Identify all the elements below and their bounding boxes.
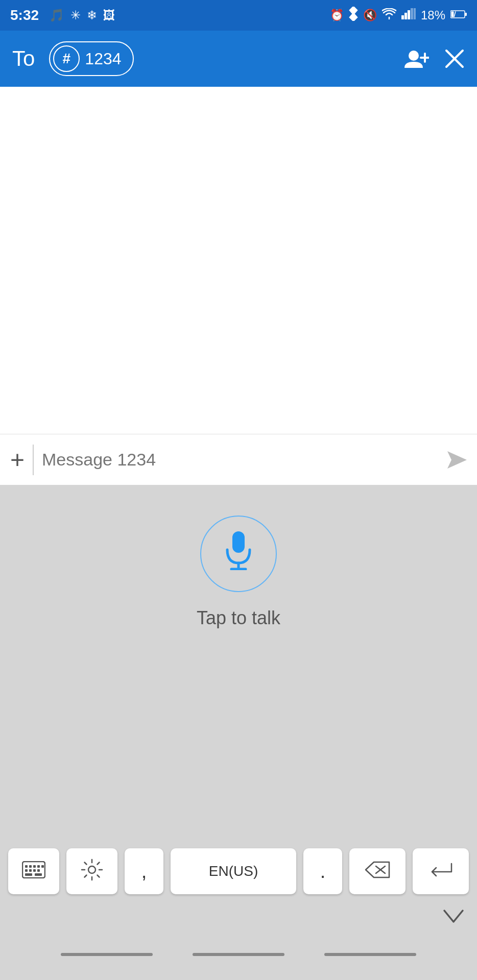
svg-line-8 — [454, 12, 456, 17]
svg-rect-19 — [25, 865, 28, 868]
apps-icon: ✳ — [70, 8, 81, 22]
svg-rect-0 — [401, 15, 404, 19]
settings-icon — [81, 859, 103, 885]
mic-button[interactable] — [200, 516, 277, 592]
status-left: 5:32 🎵 ✳ ❄ 🖼 — [10, 7, 115, 23]
space-key[interactable]: EN(US) — [171, 848, 296, 894]
svg-point-30 — [88, 866, 96, 873]
signal-icon — [401, 8, 416, 22]
svg-rect-23 — [41, 865, 44, 868]
period-key[interactable]: . — [303, 848, 342, 894]
status-right: ⏰ 🔇 18% — [330, 7, 467, 24]
delete-key[interactable] — [349, 848, 406, 894]
enter-icon — [429, 861, 452, 883]
recipient-chip[interactable]: # 1234 — [49, 41, 133, 76]
svg-rect-20 — [29, 865, 32, 868]
bluetooth-icon — [349, 7, 358, 24]
nav-bar — [0, 929, 477, 980]
svg-rect-25 — [29, 869, 32, 872]
nav-indicator-2 — [193, 953, 284, 956]
enter-key[interactable] — [413, 848, 469, 894]
alarm-icon: ⏰ — [330, 9, 344, 22]
svg-rect-28 — [25, 873, 32, 876]
close-button[interactable] — [444, 48, 465, 69]
attach-button[interactable]: + — [10, 448, 25, 472]
svg-point-9 — [409, 51, 419, 61]
svg-rect-3 — [411, 8, 413, 19]
backspace-icon — [365, 861, 390, 882]
nav-indicator-1 — [61, 953, 153, 956]
svg-rect-4 — [414, 8, 416, 19]
header-bar: To # 1234 — [0, 31, 477, 87]
status-bar: 5:32 🎵 ✳ ❄ 🖼 ⏰ 🔇 — [0, 0, 477, 31]
wifi-icon — [382, 8, 396, 22]
tap-to-talk-label: Tap to talk — [197, 607, 280, 629]
svg-rect-15 — [232, 531, 245, 553]
keyboard-area: Tap to talk — [0, 485, 477, 980]
status-time: 5:32 — [10, 7, 39, 23]
spotify-icon: 🎵 — [49, 8, 64, 22]
input-divider — [33, 445, 34, 475]
nav-indicator-3 — [324, 953, 416, 956]
svg-rect-21 — [33, 865, 36, 868]
mute-icon: 🔇 — [363, 9, 377, 22]
mic-icon — [223, 529, 254, 578]
snowflake-icon: ❄ — [87, 8, 97, 22]
voice-section: Tap to talk — [197, 516, 280, 629]
keyboard-settings-key[interactable] — [66, 848, 117, 894]
svg-rect-29 — [35, 873, 42, 876]
svg-rect-1 — [404, 13, 407, 19]
send-button[interactable] — [447, 451, 467, 469]
chip-hash-icon: # — [53, 45, 80, 72]
message-area — [0, 87, 477, 434]
svg-rect-24 — [25, 869, 28, 872]
header-actions — [404, 48, 465, 69]
recipient-number: 1234 — [85, 50, 121, 68]
svg-rect-22 — [37, 865, 40, 868]
battery-percent: 18% — [421, 8, 445, 22]
message-input[interactable] — [42, 450, 439, 470]
svg-rect-26 — [33, 869, 36, 872]
keyboard-toggle-key[interactable] — [8, 848, 59, 894]
svg-rect-27 — [37, 869, 40, 872]
battery-icon — [450, 9, 467, 22]
svg-rect-7 — [451, 12, 454, 17]
chevron-down-button[interactable] — [442, 904, 465, 929]
to-label: To — [12, 46, 35, 71]
keyboard-bottom-row: , EN(US) . — [0, 843, 477, 899]
keyboard-icon — [22, 861, 45, 882]
svg-rect-6 — [465, 13, 467, 16]
svg-rect-2 — [408, 10, 410, 19]
comma-key[interactable]: , — [125, 848, 163, 894]
add-person-button[interactable] — [404, 48, 429, 69]
svg-marker-14 — [447, 451, 467, 469]
image-icon: 🖼 — [103, 8, 115, 22]
message-input-bar: + — [0, 434, 477, 485]
